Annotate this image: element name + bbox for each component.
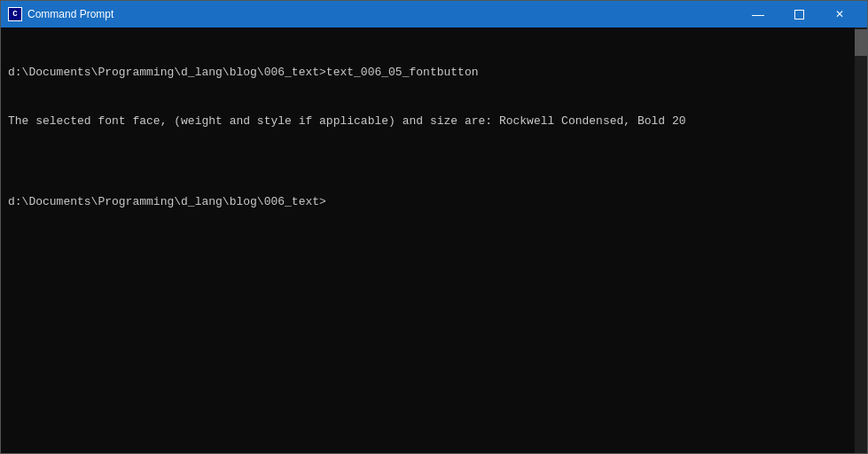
scrollbar[interactable] — [855, 27, 867, 453]
terminal-output: d:\Documents\Programming\d_lang\blog\006… — [4, 31, 864, 244]
window: C Command Prompt d:\Documents\Programmin… — [0, 0, 868, 454]
terminal-line-2: The selected font face, (weight and styl… — [8, 114, 860, 129]
close-button[interactable] — [819, 1, 860, 27]
window-title: Command Prompt — [27, 8, 113, 20]
close-icon — [835, 8, 844, 20]
terminal-line-4: d:\Documents\Programming\d_lang\blog\006… — [8, 194, 860, 210]
title-bar: C Command Prompt — [1, 1, 867, 27]
title-bar-left: C Command Prompt — [8, 7, 113, 21]
maximize-button[interactable] — [778, 1, 819, 27]
minimize-button[interactable] — [738, 1, 778, 27]
minimize-icon — [752, 8, 764, 21]
terminal-body[interactable]: d:\Documents\Programming\d_lang\blog\006… — [1, 27, 867, 453]
title-bar-controls — [738, 1, 860, 27]
maximize-icon — [794, 10, 804, 20]
terminal-line-1: d:\Documents\Programming\d_lang\blog\006… — [8, 65, 860, 81]
app-icon: C — [8, 7, 22, 21]
scrollbar-thumb[interactable] — [855, 29, 867, 56]
